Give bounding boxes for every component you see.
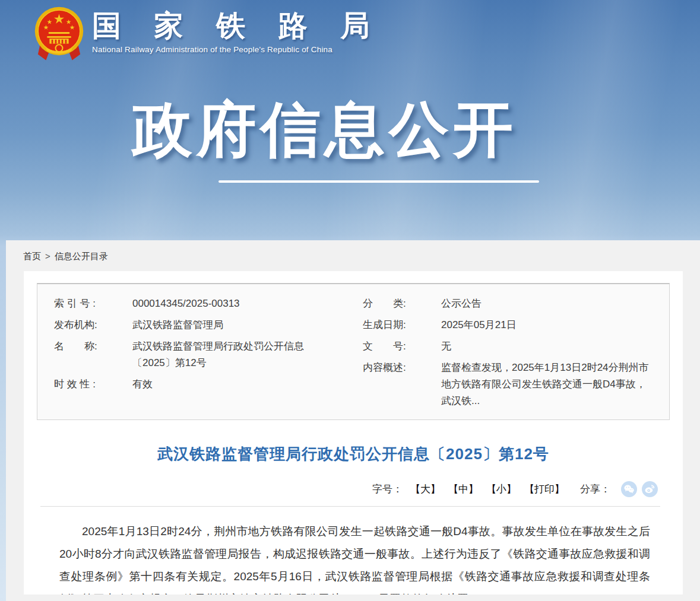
meta-row-category: 分 类: 公示公告 (353, 293, 669, 314)
font-size-medium-button[interactable]: 【中】 (448, 482, 479, 496)
meta-value: 公示公告 (441, 295, 669, 312)
meta-value: 有效 (132, 376, 353, 393)
meta-label: 名 称: (54, 338, 132, 371)
meta-label: 生成日期: (363, 317, 441, 333)
meta-label: 时 效 性 : (54, 376, 132, 393)
meta-row-doc-number: 文 号: 无 (353, 336, 669, 357)
meta-column-right: 分 类: 公示公告 生成日期: 2025年05月21日 文 号: 无 内容概述:… (353, 293, 669, 412)
meta-label: 内容概述: (363, 360, 441, 409)
breadcrumb: 首页>信息公开目录 (6, 240, 700, 271)
article-body: 2025年1月13日2时24分，荆州市地方铁路有限公司发生一起铁路交通一般D4事… (59, 520, 650, 594)
print-button[interactable]: 【打印】 (524, 482, 565, 496)
breadcrumb-current-link[interactable]: 信息公开目录 (55, 251, 108, 261)
breadcrumb-home-link[interactable]: 首页 (23, 251, 41, 261)
site-name: 国 家 铁 路 局 (92, 11, 382, 41)
wechat-share-icon[interactable] (621, 481, 637, 497)
share-label: 分享： (580, 482, 610, 496)
meta-value: 2025年05月21日 (441, 317, 669, 333)
site-titles: 国 家 铁 路 局 National Railway Administratio… (92, 6, 382, 54)
font-size-large-button[interactable]: 【大】 (410, 482, 441, 496)
meta-column-left: 索 引 号 : 000014345/2025-00313 发布机构: 武汉铁路监… (37, 293, 353, 412)
banner-title: 政府信息公开 (0, 90, 650, 171)
meta-value: 武汉铁路监督管理局行政处罚公开信息〔2025〕第12号 (132, 338, 353, 371)
national-emblem-icon (34, 6, 84, 62)
meta-label: 文 号: (363, 338, 441, 355)
font-size-label: 字号： (372, 482, 403, 496)
meta-row-validity: 时 效 性 : 有效 (37, 374, 353, 395)
meta-row-issuing-agency: 发布机构: 武汉铁路监督管理局 (37, 314, 353, 336)
meta-value: 监督检查发现，2025年1月13日2时24分荆州市地方铁路有限公司发生铁路交通一… (441, 360, 669, 409)
content-section: 首页>信息公开目录 索 引 号 : 000014345/2025-00313 发… (6, 240, 700, 601)
site-name-english: National Railway Administration of the P… (92, 45, 382, 54)
meta-label: 索 引 号 : (54, 295, 132, 312)
document-meta-table: 索 引 号 : 000014345/2025-00313 发布机构: 武汉铁路监… (37, 283, 670, 420)
meta-label: 发布机构: (54, 317, 132, 333)
article-paragraph: 2025年1月13日2时24分，荆州市地方铁路有限公司发生一起铁路交通一般D4事… (59, 520, 650, 594)
meta-value: 武汉铁路监督管理局 (132, 317, 353, 333)
meta-label: 分 类: (363, 295, 441, 312)
meta-row-index-number: 索 引 号 : 000014345/2025-00313 (37, 293, 353, 314)
meta-value: 000014345/2025-00313 (132, 295, 353, 312)
content-divider (40, 506, 660, 507)
font-size-small-button[interactable]: 【小】 (486, 482, 517, 496)
hero-banner: 国 家 铁 路 局 National Railway Administratio… (0, 0, 700, 240)
meta-row-title: 名 称: 武汉铁路监督管理局行政处罚公开信息〔2025〕第12号 (37, 336, 353, 374)
article-controls: 字号： 【大】 【中】 【小】 【打印】 分享： (24, 481, 658, 497)
banner-underline (218, 180, 539, 183)
meta-value: 无 (441, 338, 669, 355)
site-header: 国 家 铁 路 局 National Railway Administratio… (34, 6, 382, 62)
weibo-share-icon[interactable] (642, 481, 658, 497)
meta-row-date: 生成日期: 2025年05月21日 (353, 314, 669, 336)
content-panel: 索 引 号 : 000014345/2025-00313 发布机构: 武汉铁路监… (24, 271, 683, 594)
article-title: 武汉铁路监督管理局行政处罚公开信息〔2025〕第12号 (24, 444, 683, 465)
meta-row-summary: 内容概述: 监督检查发现，2025年1月13日2时24分荆州市地方铁路有限公司发… (353, 357, 669, 412)
breadcrumb-separator: > (45, 251, 50, 261)
